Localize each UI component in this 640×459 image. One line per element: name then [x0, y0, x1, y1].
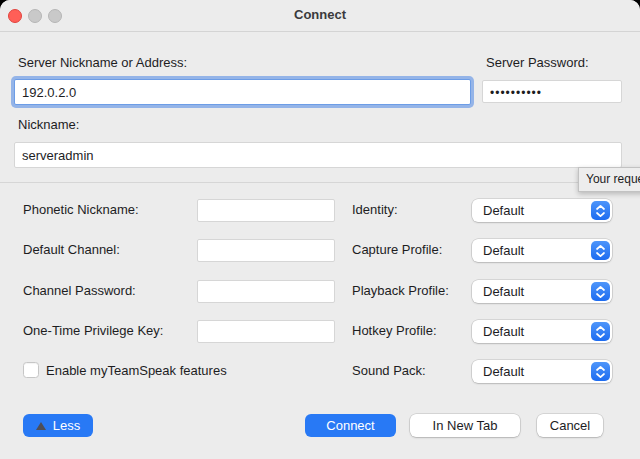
identity-label: Identity: [352, 202, 398, 217]
cancel-button[interactable]: Cancel [537, 414, 603, 437]
in-new-tab-button-label: In New Tab [433, 418, 498, 433]
playback-profile-label: Playback Profile: [352, 283, 449, 298]
playback-profile-dropdown[interactable]: Default [472, 280, 612, 303]
capture-profile-label: Capture Profile: [352, 242, 442, 257]
chevron-up-down-icon [591, 282, 610, 301]
channel-password-input[interactable] [197, 280, 335, 303]
connect-button[interactable]: Connect [305, 414, 396, 437]
phonetic-nickname-label: Phonetic Nickname: [23, 202, 139, 217]
tooltip: Your reque [578, 167, 640, 192]
capture-profile-dropdown-value: Default [483, 243, 524, 258]
phonetic-nickname-input[interactable] [197, 199, 335, 222]
capture-profile-dropdown[interactable]: Default [472, 239, 612, 262]
myteamspeak-checkbox[interactable] [23, 362, 39, 378]
playback-profile-dropdown-value: Default [483, 284, 524, 299]
server-password-label: Server Password: [486, 55, 589, 70]
sound-pack-label: Sound Pack: [352, 363, 426, 378]
hotkey-profile-dropdown-value: Default [483, 324, 524, 339]
chevron-up-down-icon [591, 241, 610, 260]
server-password-input[interactable] [482, 80, 622, 103]
sound-pack-dropdown-value: Default [483, 364, 524, 379]
hotkey-profile-dropdown[interactable]: Default [472, 320, 612, 343]
collapse-triangle-icon [36, 422, 46, 430]
nickname-input[interactable] [14, 142, 622, 168]
chevron-up-down-icon [591, 322, 610, 341]
section-divider [0, 182, 640, 183]
identity-dropdown-value: Default [483, 203, 524, 218]
privilege-key-label: One-Time Privilege Key: [23, 323, 163, 338]
myteamspeak-checkbox-label: Enable myTeamSpeak features [46, 363, 227, 378]
cancel-button-label: Cancel [550, 418, 590, 433]
titlebar: Connect [0, 0, 640, 32]
default-channel-label: Default Channel: [23, 242, 120, 257]
chevron-up-down-icon [591, 362, 610, 381]
channel-password-label: Channel Password: [23, 283, 136, 298]
connect-dialog: Connect Server Nickname or Address: Serv… [0, 0, 640, 459]
less-button-label: Less [53, 418, 80, 433]
window-title: Connect [0, 7, 640, 22]
identity-dropdown[interactable]: Default [472, 199, 612, 222]
hotkey-profile-label: Hotkey Profile: [352, 323, 437, 338]
default-channel-input[interactable] [197, 239, 335, 262]
sound-pack-dropdown[interactable]: Default [472, 360, 612, 383]
in-new-tab-button[interactable]: In New Tab [410, 414, 520, 437]
chevron-up-down-icon [591, 201, 610, 220]
server-address-label: Server Nickname or Address: [18, 55, 187, 70]
less-button[interactable]: Less [23, 414, 93, 437]
server-address-input[interactable] [14, 79, 471, 105]
privilege-key-input[interactable] [197, 320, 335, 343]
connect-button-label: Connect [326, 418, 374, 433]
nickname-label: Nickname: [18, 117, 79, 132]
